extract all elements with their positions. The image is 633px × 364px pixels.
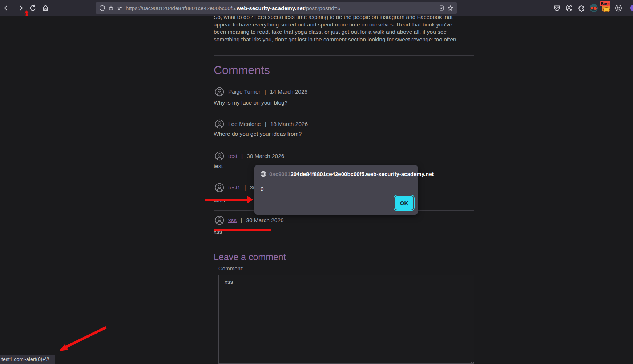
comment-date: 18 March 2026	[270, 121, 308, 127]
comment-field-label: Comment:	[218, 265, 243, 271]
toolbar-extension-icons: Burp	[551, 3, 624, 13]
comment-divider: |	[265, 121, 266, 127]
annotation-arrow-to-status	[51, 319, 113, 359]
comments-heading: Comments	[214, 64, 270, 76]
url-domain: web-security-academy.net	[237, 5, 304, 11]
globe-icon	[260, 171, 266, 177]
post-paragraph-line: appear to have everything sorted out and…	[214, 21, 458, 29]
avatar-icon	[215, 216, 224, 225]
post-paragraph-line: been meaning to read, take that yoga cla…	[214, 28, 458, 36]
comment-textarea[interactable]: xss	[218, 275, 474, 364]
burp-badge: Burp	[600, 1, 610, 6]
back-button[interactable]	[1, 3, 12, 13]
annotation-arrow-to-dialog-shaft	[205, 199, 247, 201]
comment-author: Lee Mealone	[228, 121, 261, 127]
annotation-arrow-small	[23, 10, 30, 16]
link-status-text: test1.com'-alert(0)+'//	[1, 356, 49, 362]
comment-divider: |	[265, 89, 266, 95]
comment-divider: |	[241, 153, 243, 159]
comment-body: Where do you get your ideas from?	[214, 131, 302, 137]
post-paragraph-line: something that irks you, don't get lost …	[214, 36, 458, 44]
avatar-icon	[215, 183, 224, 192]
avatar-icon	[215, 87, 224, 97]
comment-date: 14 March 2026	[270, 89, 307, 95]
reader-mode-icon[interactable]	[439, 5, 444, 11]
comment-header: Paige Turner | 14 March 2026	[215, 87, 307, 97]
tracking-protection-shield-icon[interactable]	[99, 5, 105, 11]
comment-date: 30 March 2026	[247, 153, 284, 159]
alert-dialog: 0ac9001204de84f8801ce42e00bc00f5.web-sec…	[254, 165, 418, 215]
divider	[214, 146, 474, 146]
comment-body: Why is my face on your blog?	[214, 99, 287, 106]
divider	[214, 82, 474, 82]
mask-face-icon	[590, 4, 598, 12]
divider	[214, 55, 474, 56]
avatar-icon	[215, 119, 224, 129]
cookie-settings-button[interactable]	[613, 3, 624, 13]
divider	[214, 242, 474, 242]
annotation-underline-xss	[214, 229, 271, 231]
url-text[interactable]: https://0ac9001204de84f8801ce42e00bc00f5…	[126, 5, 436, 11]
link-status-bar: test1.com'-alert(0)+'//	[0, 355, 55, 364]
annotation-arrow-to-dialog-head	[247, 196, 253, 204]
url-bar[interactable]: https://0ac9001204de84f8801ce42e00bc00f5…	[96, 2, 457, 14]
comment-date: 30 March 2026	[246, 217, 283, 224]
comment-author-link[interactable]: test1	[228, 184, 241, 191]
account-button[interactable]	[564, 3, 574, 13]
permissions-icon[interactable]	[117, 5, 123, 11]
comment-author-link[interactable]: xss	[228, 217, 237, 224]
browser-toolbar: https://0ac9001204de84f8801ce42e00bc00f5…	[0, 0, 633, 16]
ok-button[interactable]: OK	[395, 196, 413, 210]
proxy-extension-icon[interactable]	[588, 3, 599, 13]
comment-header: Lee Mealone | 18 March 2026	[215, 119, 308, 129]
burp-extension-icon[interactable]: Burp	[601, 3, 612, 13]
avatar-icon	[215, 151, 224, 161]
leave-comment-heading: Leave a comment	[214, 252, 286, 262]
alert-host-main: 204de84f8801ce42e00bc00f5.web-security-a…	[290, 171, 434, 177]
divider	[214, 114, 474, 114]
alert-dialog-title: 0ac9001204de84f8801ce42e00bc00f5.web-sec…	[269, 171, 434, 177]
clipped-extension-icon[interactable]	[630, 5, 633, 11]
alert-message: 0	[261, 186, 263, 192]
comment-author-link[interactable]: test	[228, 153, 237, 159]
url-prefix: https://0ac9001204de84f8801ce42e00bc00f5…	[126, 5, 237, 11]
alert-host-dim: 0ac9001	[269, 171, 290, 177]
post-paragraph: So, what to do? Let's spend less time as…	[214, 13, 458, 43]
comment-body: test	[214, 163, 223, 169]
lock-icon[interactable]	[108, 5, 114, 11]
extensions-puzzle-button[interactable]	[576, 3, 587, 13]
comment-header: test | 30 March 2026	[215, 151, 284, 161]
home-button[interactable]	[40, 3, 51, 13]
comment-divider: |	[241, 217, 242, 224]
comment-author: Paige Turner	[228, 89, 261, 95]
bookmark-star-icon[interactable]	[447, 5, 453, 11]
pocket-button[interactable]	[551, 3, 562, 13]
comment-divider: |	[245, 184, 246, 191]
comment-header: xss | 30 March 2026	[215, 216, 284, 225]
url-path: /post?postId=6	[305, 5, 340, 11]
